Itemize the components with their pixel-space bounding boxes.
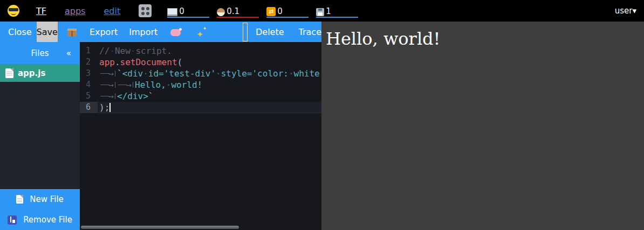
collapse-sidebar-button[interactable]: « [66,48,71,58]
action-label: Remove File [23,215,72,225]
tab-marker: → [117,79,135,90]
hamster-field[interactable]: 0.1 [217,4,259,18]
line-number: 2 [80,57,98,68]
import-button[interactable]: Import [129,27,157,37]
soap-icon [170,29,181,36]
whitespace-dot: · [166,80,172,90]
code-line-4[interactable]: 4→→Hello,·world! [80,79,321,90]
repeat-icon [266,7,276,16]
delete-button[interactable]: Delete [256,27,284,37]
user-menu[interactable]: user▾ [615,6,636,16]
file-list: app.js [0,64,80,82]
toolbar: Close Save Export Import Delete Trace [0,22,321,42]
floppy-field[interactable]: 1 [316,4,358,18]
preview-panel: Hello, world! [321,22,644,230]
code-token: setDocument [120,57,177,67]
tab-marker: → [99,90,117,102]
code-token: . [115,57,120,67]
line-number: 3 [80,68,98,79]
preview-text: Hello, world! [321,22,644,49]
sparkles-button[interactable] [196,26,206,37]
code-content: app.setDocument( [98,57,182,68]
code-line-3[interactable]: 3→`<div·id='test-div'·style='color:·whit… [80,68,321,79]
floppy-icon [316,8,324,16]
laptop-icon [167,8,177,16]
action-label: New File [30,194,64,204]
line-number: 6 [80,102,98,113]
whitespace-dot: · [131,46,136,56]
code-content: //·New·script. [98,45,172,57]
code-editor[interactable]: 1//·New·script.2app.setDocument(3→`<div·… [80,42,321,230]
code-token: ` [117,68,122,79]
document-icon [5,68,13,78]
tab-marker: → [99,68,117,79]
new-file-button[interactable]: New File [0,189,80,210]
file-item-app.js[interactable]: app.js [0,64,80,82]
line-number: 4 [80,79,98,90]
code-content: →→Hello,·world! [98,79,202,90]
sidebar-actions: New FileRemove File [0,189,80,230]
file-name: app.js [18,68,45,78]
tab-marker: → [99,79,117,90]
sunglasses-emoji-icon [8,5,19,17]
code-token: ); [99,102,109,113]
topbar-links: TFappsedit [36,6,139,16]
code-content: ); [98,102,111,113]
code-line-2[interactable]: 2app.setDocument( [80,57,321,68]
whitespace-dot: · [143,68,148,79]
horizontal-scrollbar[interactable] [81,226,239,229]
litter-icon [8,215,17,225]
soap-button[interactable] [170,27,181,37]
code-token: Hello,·world! [135,80,202,90]
close-button[interactable]: Close [8,27,32,37]
code-token: app [99,57,115,67]
repeat-value: 0 [277,7,283,16]
package-button[interactable] [67,27,77,37]
code-line-6[interactable]: 6); [80,102,321,113]
code-token: </div> [117,91,148,101]
topbar: TFappsedit 00.101 user▾ [0,0,644,22]
laptop-field[interactable]: 0 [167,4,209,18]
line-number: 5 [80,90,98,102]
doc-icon [16,195,23,204]
package-icon [67,29,77,37]
code-token: //·New·script. [99,46,172,56]
code-token: <div·id='test-div'·style='color:·white;·… [122,68,321,79]
laptop-value: 0 [179,7,184,16]
hamster-value: 0.1 [227,7,239,16]
save-button[interactable]: Save [37,22,58,42]
whitespace-dot: · [109,46,115,56]
code-token: ` [148,91,154,101]
topbar-fields: 00.101 [167,4,366,18]
file-sidebar: Files « app.js New FileRemove File [0,42,80,230]
blank-button[interactable] [243,23,248,41]
code-line-1[interactable]: 1//·New·script. [80,45,321,57]
whitespace-dot: · [289,68,294,79]
sidebar-header: Files « [0,42,80,64]
topbar-link-apps[interactable]: apps [65,6,85,16]
app-window: TFappsedit 00.101 user▾ Close Save Expor… [0,0,644,230]
text-cursor [109,103,111,112]
code-lines: 1//·New·script.2app.setDocument(3→`<div·… [80,42,321,113]
control-knobs-icon[interactable] [139,4,152,17]
code-content: →</div>` [98,90,153,102]
code-content: →`<div·id='test-div'·style='color:·white… [98,68,321,79]
whitespace-dot: · [216,68,221,79]
code-line-5[interactable]: 5→</div>` [80,90,321,102]
export-button[interactable]: Export [90,27,118,37]
line-number: 1 [80,45,98,57]
remove-file-button[interactable]: Remove File [0,210,80,230]
sidebar-title: Files [31,48,49,58]
repeat-field[interactable]: 0 [266,4,309,18]
floppy-value: 1 [326,7,331,16]
code-token: ( [177,57,183,67]
trace-button[interactable]: Trace [299,27,321,37]
topbar-link-edit[interactable]: edit [104,6,120,16]
hamster-icon [217,8,225,16]
sparkles-icon [196,27,206,37]
topbar-link-tf[interactable]: TF [36,6,46,16]
